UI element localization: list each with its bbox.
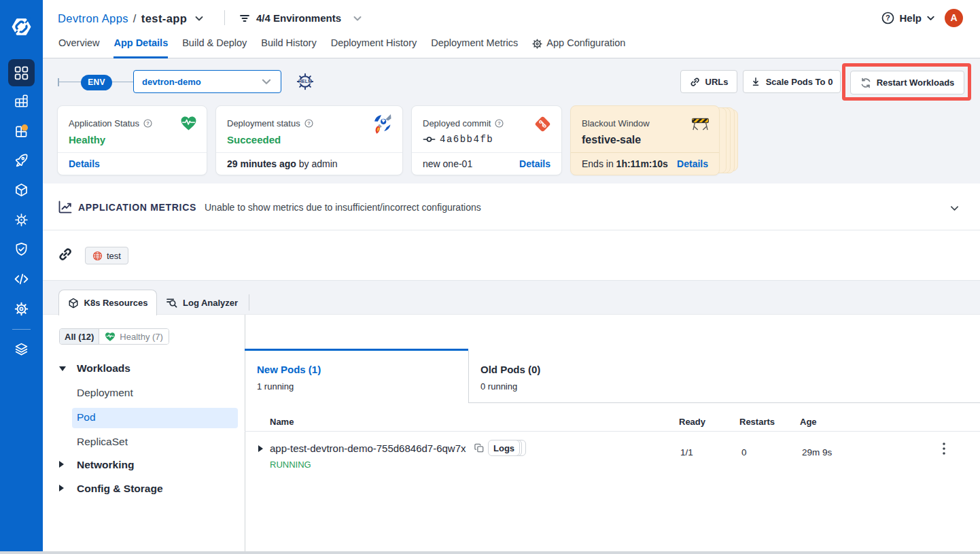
- svg-text:?: ?: [146, 120, 150, 126]
- svg-text:?: ?: [307, 120, 311, 126]
- svg-text:?: ?: [886, 14, 891, 22]
- svg-text:HELM: HELM: [298, 79, 312, 84]
- svg-text:?: ?: [498, 120, 502, 126]
